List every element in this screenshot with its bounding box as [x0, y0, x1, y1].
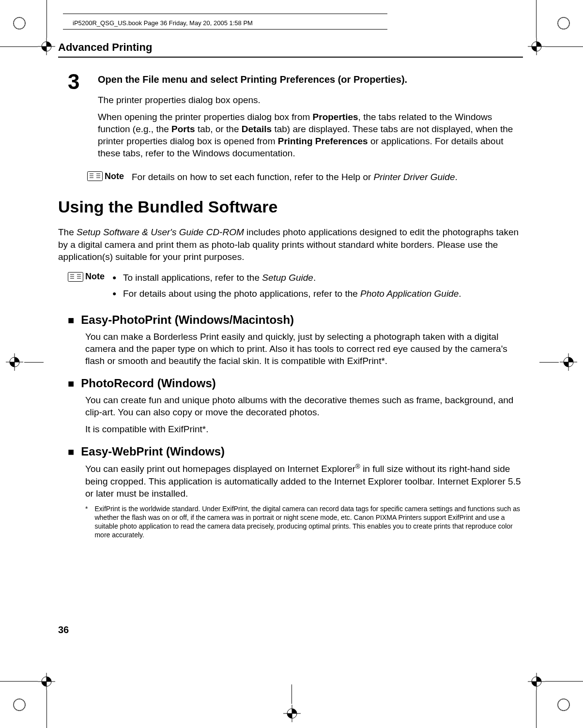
header-rule-top	[63, 14, 387, 14]
header-rule-bottom	[63, 29, 387, 30]
p2h: Printing Preferences	[278, 136, 368, 146]
p2b: Properties	[313, 112, 358, 122]
sub2-title: PhotoRecord (Windows)	[81, 377, 215, 390]
sub2-p1: You can create fun and unique photo albu…	[85, 394, 523, 418]
b2b: Photo Application Guide	[360, 288, 459, 299]
note-1: Note For details on how to set each func…	[87, 171, 523, 183]
registration-mark-icon	[11, 696, 28, 713]
n1a: For details on how to set each function,…	[132, 172, 374, 182]
b1a: To install applications, refer to the	[123, 273, 262, 283]
svg-rect-7	[68, 272, 83, 281]
section-header: Advanced Printing	[58, 41, 523, 58]
crop-line	[24, 362, 44, 363]
crop-line	[46, 0, 47, 38]
sub1-title: Easy-PhotoPrint (Windows/Macintosh)	[81, 313, 294, 327]
square-bullet-icon: ■	[68, 379, 74, 389]
b2c: .	[459, 288, 461, 299]
step-number: 3	[68, 71, 87, 164]
sub-easy-photoprint: ■ Easy-PhotoPrint (Windows/Macintosh)	[68, 313, 523, 327]
crop-target-icon	[528, 38, 545, 55]
sub3-body: You can easily print out homepages displ…	[85, 462, 523, 500]
n1c: .	[455, 172, 457, 182]
n1b: Printer Driver Guide	[374, 172, 455, 182]
crop-target-icon	[528, 673, 545, 690]
t-pre: Open the	[98, 74, 142, 85]
sub-easy-webprint: ■ Easy-WebPrint (Windows)	[68, 445, 523, 458]
sub1-body: You can make a Borderless Print easily a…	[85, 331, 523, 367]
page-number: 36	[58, 624, 69, 636]
crop-line	[46, 690, 47, 728]
sub-photorecord: ■ PhotoRecord (Windows)	[68, 377, 523, 390]
crop-line	[545, 681, 583, 682]
crop-target-icon	[6, 353, 23, 371]
running-header: iP5200R_QSG_US.book Page 36 Friday, May …	[73, 19, 253, 27]
crop-target-icon	[560, 353, 577, 371]
step-3: 3 Open the File menu and select Printing…	[68, 71, 523, 164]
t-mid1: menu and select	[159, 74, 241, 85]
p2f: Details	[242, 124, 272, 134]
note-2: Note To install applications, refer to t…	[68, 272, 523, 303]
square-bullet-icon: ■	[68, 447, 74, 457]
crop-line	[536, 690, 537, 728]
note2-bullet1: To install applications, refer to the Se…	[112, 272, 523, 284]
footnote-text: ExifPrint is the worldwide standard. Und…	[94, 504, 523, 540]
ib: Setup Software & User's Guide CD-ROM	[77, 227, 244, 237]
svg-rect-0	[88, 172, 103, 181]
sub3-title: Easy-WebPrint (Windows)	[81, 445, 225, 458]
footnote-star: *	[85, 504, 88, 540]
p2d: Ports	[171, 124, 195, 134]
step-p2: When opening the printer properties dial…	[98, 111, 523, 159]
b1b: Setup Guide	[262, 273, 313, 283]
note-body: For details on how to set each function,…	[132, 171, 523, 183]
t-file: File	[142, 74, 159, 85]
note2-bullet2: For details about using the photo applic…	[112, 288, 523, 300]
crop-line	[0, 46, 38, 47]
t-pp: Printing Preferences	[241, 74, 336, 85]
note-label: Note	[105, 171, 124, 182]
step-p1: The printer properties dialog box opens.	[98, 94, 523, 106]
crop-line	[545, 46, 583, 47]
t-props: Properties	[353, 74, 401, 85]
note-label-2: Note	[85, 272, 105, 282]
registration-mark-icon	[555, 15, 572, 32]
intro-paragraph: The Setup Software & User's Guide CD-ROM…	[58, 226, 523, 262]
registration-mark-icon	[555, 696, 572, 713]
crop-target-icon	[38, 38, 55, 55]
crop-line	[539, 362, 559, 363]
p2a: When opening the printer properties dial…	[98, 112, 313, 122]
footnote: * ExifPrint is the worldwide standard. U…	[85, 504, 523, 540]
crop-line	[536, 0, 537, 38]
sub1-p: You can make a Borderless Print easily a…	[85, 331, 523, 367]
crop-line	[0, 681, 38, 682]
crop-line	[292, 684, 292, 704]
square-bullet-icon: ■	[68, 315, 74, 326]
ia: The	[58, 227, 77, 237]
note-2-list: To install applications, refer to the Se…	[112, 272, 523, 303]
s3a: You can easily print out homepages displ…	[85, 464, 355, 474]
crop-target-icon	[38, 673, 55, 690]
step-title: Open the File menu and select Printing P…	[98, 74, 523, 85]
note-icon: Note	[87, 171, 124, 182]
crop-target-icon	[283, 705, 301, 722]
note-icon-2: Note	[68, 272, 105, 282]
reg-mark: ®	[355, 463, 360, 470]
sub3-p: You can easily print out homepages displ…	[85, 462, 523, 500]
page-content: Advanced Printing 3 Open the File menu a…	[58, 41, 523, 540]
sub2-body: You can create fun and unique photo albu…	[85, 394, 523, 435]
registration-mark-icon	[11, 15, 28, 32]
t-mid2: (or	[335, 74, 353, 85]
b1c: .	[313, 273, 316, 283]
b2a: For details about using the photo applic…	[123, 288, 360, 299]
step-body: Open the File menu and select Printing P…	[98, 71, 523, 164]
sub2-p2: It is compatible with ExifPrint*.	[85, 423, 523, 435]
p2e: tab, or the	[195, 124, 242, 134]
t-end: ).	[401, 74, 407, 85]
heading-bundled-software: Using the Bundled Software	[58, 197, 523, 216]
